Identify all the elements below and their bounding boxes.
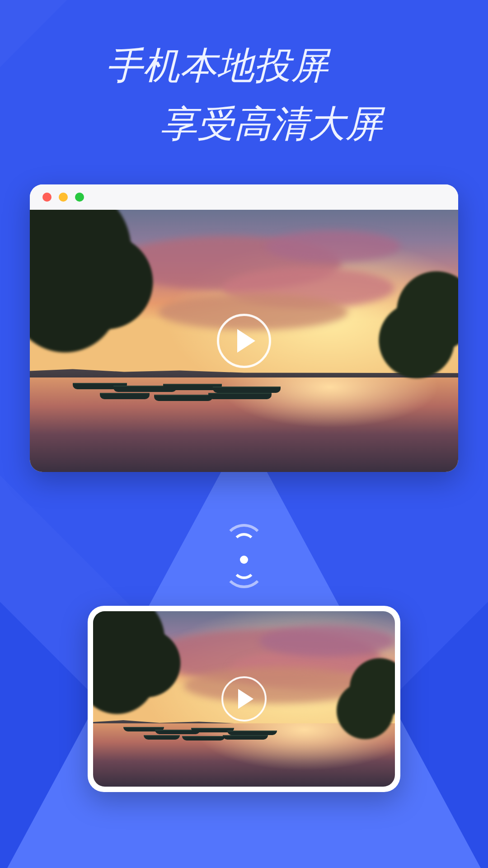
browser-titlebar xyxy=(30,184,458,210)
play-button[interactable] xyxy=(221,676,267,722)
tv-browser-window xyxy=(30,184,458,472)
window-maximize-icon[interactable] xyxy=(75,193,84,202)
play-button[interactable] xyxy=(217,314,271,368)
play-icon xyxy=(237,329,255,353)
headline-line-2: 享受高清大屏 xyxy=(54,99,488,149)
phone-device-frame xyxy=(88,606,400,792)
play-icon xyxy=(238,689,253,709)
window-minimize-icon[interactable] xyxy=(59,193,68,202)
window-close-icon[interactable] xyxy=(42,193,52,202)
promo-headline: 手机本地投屏 享受高清大屏 xyxy=(0,41,488,149)
browser-viewport xyxy=(30,210,458,472)
headline-line-1: 手机本地投屏 xyxy=(0,41,488,91)
cast-signal-icon xyxy=(217,527,271,567)
phone-screen xyxy=(93,611,395,787)
